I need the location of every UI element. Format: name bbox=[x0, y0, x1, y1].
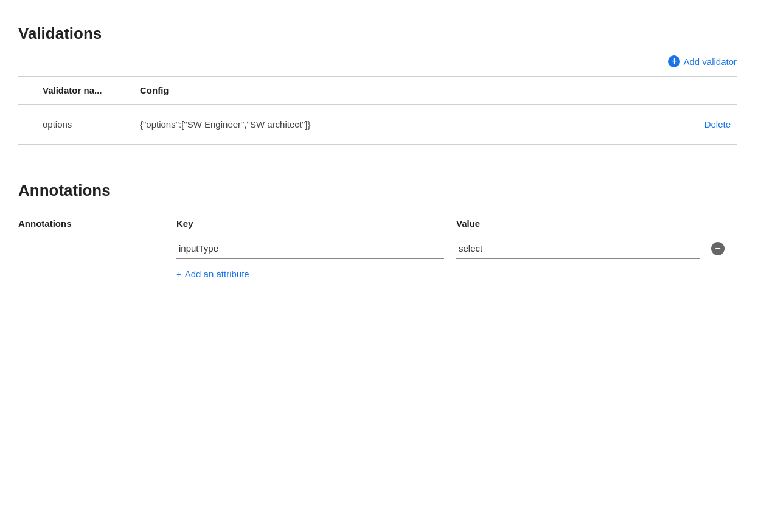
validations-section: Validations + Add validator Validator na… bbox=[18, 24, 737, 145]
config-cell: {"options":["SW Engineer","SW architect"… bbox=[140, 105, 641, 145]
minus-icon: − bbox=[711, 242, 725, 255]
validations-table: Validator na... Config options {"options… bbox=[18, 77, 737, 145]
annotation-value-input[interactable] bbox=[456, 238, 700, 259]
add-validator-plus-icon: + bbox=[668, 55, 680, 67]
key-column-label: Key bbox=[176, 218, 456, 229]
table-row: options {"options":["SW Engineer","SW ar… bbox=[18, 105, 737, 145]
validations-table-head: Validator na... Config bbox=[18, 77, 737, 105]
validations-table-body: options {"options":["SW Engineer","SW ar… bbox=[18, 105, 737, 145]
add-attribute-row: + Add an attribute bbox=[18, 269, 737, 279]
add-validator-button[interactable]: + Add validator bbox=[668, 55, 737, 67]
validations-toolbar: + Add validator bbox=[18, 55, 737, 77]
value-column-label: Value bbox=[456, 218, 480, 229]
add-attribute-label: Add an attribute bbox=[185, 269, 249, 279]
add-attribute-button[interactable]: + Add an attribute bbox=[176, 269, 249, 279]
add-attribute-plus-icon: + bbox=[176, 269, 182, 279]
annotations-column-label: Annotations bbox=[18, 218, 176, 229]
validator-name-cell: options bbox=[18, 105, 140, 145]
annotation-row: − bbox=[18, 238, 737, 259]
annotations-header-row: Annotations Key Value bbox=[18, 218, 737, 229]
validations-title: Validations bbox=[18, 24, 737, 43]
annotations-section: Annotations Annotations Key Value − + Ad… bbox=[18, 181, 737, 279]
actions-cell: Delete bbox=[641, 105, 737, 145]
col-header-validator-name: Validator na... bbox=[18, 77, 140, 105]
annotation-key-input[interactable] bbox=[176, 238, 444, 259]
col-header-actions bbox=[641, 77, 737, 105]
add-validator-label: Add validator bbox=[683, 57, 737, 67]
annotations-title: Annotations bbox=[18, 181, 737, 200]
col-header-config: Config bbox=[140, 77, 641, 105]
delete-button[interactable]: Delete bbox=[704, 119, 731, 130]
validations-table-header-row: Validator na... Config bbox=[18, 77, 737, 105]
remove-annotation-button[interactable]: − bbox=[709, 240, 726, 257]
